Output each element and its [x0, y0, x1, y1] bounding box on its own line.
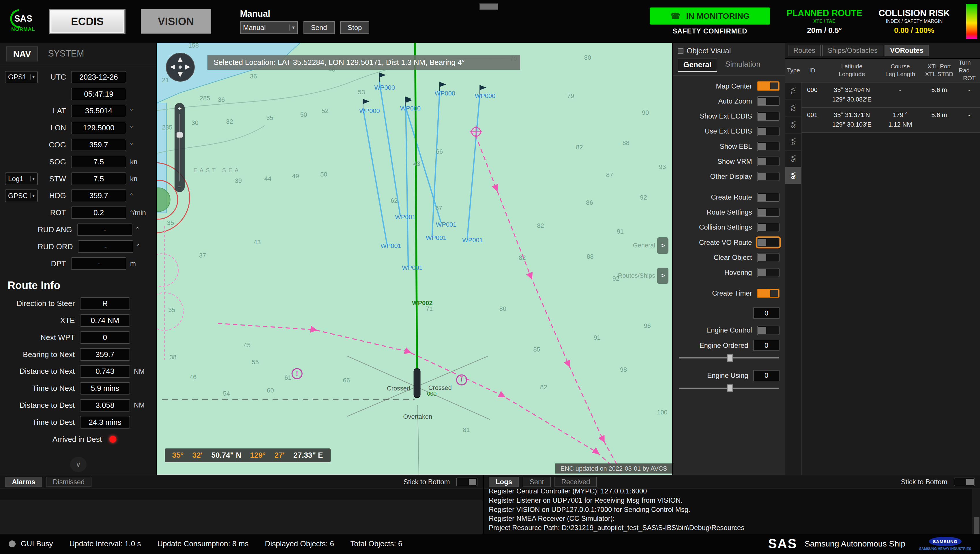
nav-value[interactable]: 0.2 — [71, 207, 126, 219]
toggle-route-settings[interactable] — [757, 208, 779, 217]
route-info-value[interactable]: 3.058 — [80, 399, 130, 412]
tab-nav[interactable]: NAV — [6, 46, 38, 61]
toggle-other-display[interactable] — [757, 172, 779, 181]
nav-value[interactable]: 35.5014 — [71, 105, 126, 117]
engine-ordered-value[interactable]: 0 — [753, 340, 779, 351]
nav-value[interactable]: - — [71, 257, 126, 270]
in-monitoring-button[interactable]: ☎ IN MONITORING — [650, 8, 770, 24]
ecdis-button[interactable]: ECDIS — [49, 9, 126, 34]
route-info-value[interactable]: 0.74 NM — [80, 314, 130, 327]
nav-value[interactable]: 359.7 — [71, 139, 126, 151]
nav-value[interactable]: - — [78, 240, 133, 253]
waypoint-flag-icon — [363, 99, 369, 108]
sensor-selector[interactable]: GPSC▾ — [5, 189, 38, 202]
nav-value[interactable]: 359.7 — [71, 189, 126, 202]
route-info-value[interactable]: 5.9 mins — [80, 382, 130, 395]
toggle-create-route[interactable] — [757, 193, 779, 202]
route-info-value[interactable]: 24.3 mins — [80, 416, 130, 428]
vtab-v3[interactable]: V3 — [785, 116, 801, 134]
zoom-out-button[interactable]: − — [178, 183, 182, 190]
waypoint-label: WP002 — [412, 299, 433, 307]
toggle-show-ebl[interactable] — [757, 142, 779, 151]
route-info-value[interactable]: 359.7 — [80, 348, 130, 361]
toggle-create-vo-route[interactable] — [757, 238, 779, 247]
vtab-v4[interactable]: V4 — [785, 134, 801, 151]
zoom-slider[interactable]: + − — [175, 103, 185, 192]
vtab-v5[interactable]: V5 — [785, 151, 801, 167]
toggle-show-vrm[interactable] — [757, 157, 779, 166]
toggle-engine-control[interactable] — [757, 326, 779, 335]
nav-unit: ° — [133, 242, 151, 251]
waypoint-label: WP001 — [381, 242, 401, 250]
tab-received[interactable]: Received — [555, 477, 597, 487]
tab-simulation[interactable]: Simulation — [720, 59, 765, 72]
tab-voroutes[interactable]: VORoutes — [884, 45, 929, 57]
toggle-hovering[interactable] — [757, 268, 779, 277]
alarms-stick-toggle[interactable] — [456, 478, 478, 486]
toggle-knob — [758, 209, 766, 216]
collapse-button[interactable]: ∨ — [70, 457, 86, 472]
tab-ships-obstacles[interactable]: Ships/Obstacles — [822, 45, 883, 57]
vtab-v2[interactable]: V2 — [785, 99, 801, 116]
nav-value[interactable]: 7.5 — [71, 172, 126, 185]
zoom-track[interactable] — [179, 114, 180, 181]
send-button[interactable]: Send — [303, 21, 335, 34]
toggle-create-timer[interactable] — [757, 289, 779, 298]
sensor-selector[interactable]: Log1▾ — [5, 172, 38, 185]
tab-general[interactable]: General — [678, 59, 717, 72]
tab-system[interactable]: SYSTEM — [41, 46, 90, 61]
vtab-v1[interactable]: V1 — [785, 83, 801, 99]
nav-value[interactable]: 2023-12-26 — [71, 71, 126, 84]
timer-value-input[interactable]: 0 — [753, 307, 779, 319]
expand-routes-button[interactable]: > — [657, 267, 668, 284]
tab-dismissed[interactable]: Dismissed — [46, 477, 91, 487]
samsung-heavy-industries-logo: SAMSUNG SAMSUNG HEAVY INDUSTRIES — [919, 537, 971, 551]
log-output[interactable]: Register Central Controller (MYPC): 127.… — [484, 489, 980, 534]
toggle-label: Show EBL — [679, 142, 752, 151]
vision-button[interactable]: VISION — [141, 9, 211, 34]
vtab-v6[interactable]: V6 — [785, 167, 801, 184]
tab-routes[interactable]: Routes — [788, 45, 821, 57]
engine-using-value[interactable]: 0 — [753, 370, 779, 381]
engine-using-slider[interactable] — [679, 384, 779, 392]
route-info-value[interactable]: 0.743 — [80, 365, 130, 378]
toggle-use-ext-ecdis[interactable] — [757, 127, 779, 136]
logs-stick-toggle[interactable] — [954, 478, 975, 486]
toggle-clear-object[interactable] — [757, 253, 779, 263]
sensor-selector[interactable]: GPS1▾ — [5, 71, 38, 84]
toggle-map-center[interactable] — [757, 81, 779, 91]
route-info-value[interactable]: 0 — [80, 331, 130, 344]
alarms-list[interactable] — [0, 489, 483, 534]
zoom-in-button[interactable]: + — [178, 105, 182, 112]
zoom-knob[interactable] — [177, 132, 183, 137]
scrollbar-thumb[interactable] — [974, 517, 979, 534]
mode-select[interactable]: Manual ▾ — [240, 21, 298, 34]
waypoint-row[interactable]: 00035° 32.494'N129° 30.082'E-5.6 m- — [802, 83, 980, 108]
window-handle[interactable] — [480, 3, 498, 10]
toggle-row: Map Center — [673, 78, 785, 94]
expand-general-button[interactable]: > — [657, 237, 668, 254]
route-info-value[interactable]: R — [80, 297, 130, 310]
toggle-auto-zoom[interactable] — [757, 96, 779, 106]
compass-control[interactable] — [166, 53, 195, 81]
logs-scrollbar[interactable] — [972, 489, 980, 534]
tab-alarms[interactable]: Alarms — [5, 477, 42, 487]
nav-value[interactable]: - — [77, 223, 132, 236]
nav-unit: ° — [126, 192, 151, 200]
stop-button[interactable]: Stop — [340, 21, 369, 34]
toggle-collision-settings[interactable] — [757, 223, 779, 232]
nav-value[interactable]: 7.5 — [71, 156, 126, 169]
waypoint-label: WP000 — [435, 90, 455, 97]
enc-chart[interactable]: !!15827213640537080799028536235303235505… — [157, 43, 672, 475]
engine-ordered-slider[interactable] — [679, 353, 779, 362]
waypoint-row[interactable]: 00135° 31.371'N129° 30.103'E179 °1.12 NM… — [802, 108, 980, 133]
nav-value[interactable]: 05:47:19 — [71, 88, 126, 100]
slider-thumb[interactable] — [727, 384, 733, 392]
chart-view[interactable]: !!15827213640537080799028536235303235505… — [157, 43, 672, 475]
tab-sent[interactable]: Sent — [523, 477, 551, 487]
nav-value[interactable]: 129.5000 — [71, 122, 126, 134]
toggle-show-ext-ecdis[interactable] — [757, 111, 779, 121]
depth-sounding: 81 — [463, 426, 470, 433]
tab-logs[interactable]: Logs — [489, 477, 519, 487]
slider-thumb[interactable] — [727, 354, 733, 361]
